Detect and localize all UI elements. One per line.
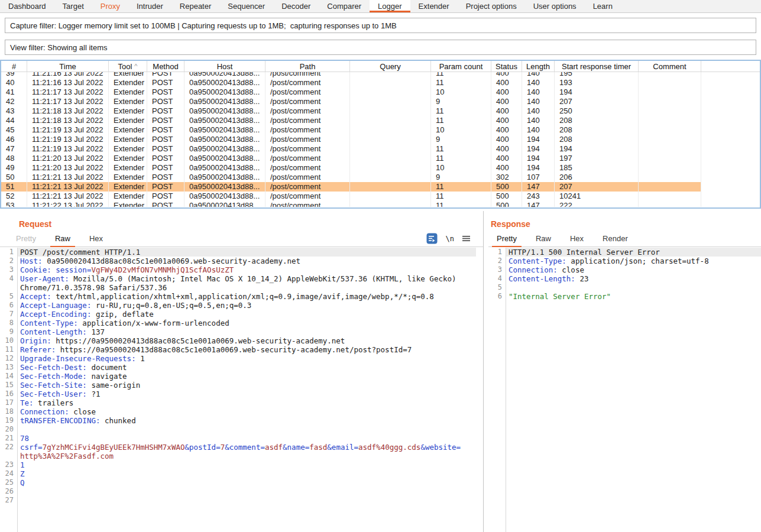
cell-status: 400 xyxy=(491,72,522,78)
top-tab-sequencer[interactable]: Sequencer xyxy=(219,0,273,12)
cell-host: 0a9500020413d88... xyxy=(184,125,265,135)
cell--: 50 xyxy=(1,173,27,182)
table-row-43[interactable]: 4311:21:18 13 Jul 2022ExtenderPOST0a9500… xyxy=(1,106,760,116)
cell-host: 0a9500020413d88... xyxy=(184,78,265,87)
column-header--[interactable]: # xyxy=(1,61,27,72)
newline-toggle-icon[interactable]: \n xyxy=(446,235,454,243)
cell-time: 11:21:19 13 Jul 2022 xyxy=(27,135,109,144)
cell-method: POST xyxy=(147,163,184,173)
table-row-41[interactable]: 4111:21:17 13 Jul 2022ExtenderPOST0a9500… xyxy=(1,87,760,97)
cell-time: 11:21:21 13 Jul 2022 xyxy=(27,192,109,201)
cell-time: 11:21:21 13 Jul 2022 xyxy=(27,173,109,182)
response-tab-raw[interactable]: Raw xyxy=(530,232,557,246)
request-tab-pretty[interactable]: Pretty xyxy=(10,232,42,246)
column-header-tool[interactable]: Tool^ xyxy=(109,61,147,72)
request-code-line-4: 4User-Agent: Mozilla/5.0 (Macintosh; Int… xyxy=(0,274,476,283)
request-code[interactable]: 1POST /post/comment HTTP/1.12Host: 0a950… xyxy=(0,248,476,532)
table-row-52[interactable]: 5211:21:21 13 Jul 2022ExtenderPOST0a9500… xyxy=(1,192,760,201)
request-tab-raw[interactable]: Raw xyxy=(49,232,76,246)
request-code-line-25: 25Q xyxy=(0,478,476,487)
cell-tool: Extender xyxy=(109,97,147,106)
line-number: 2 xyxy=(0,257,17,265)
cell-param-count: 11 xyxy=(431,106,491,116)
table-row-40[interactable]: 4011:21:16 13 Jul 2022ExtenderPOST0a9500… xyxy=(1,78,760,87)
line-number: 26 xyxy=(0,487,17,496)
table-row-51[interactable]: 5111:21:21 13 Jul 2022ExtenderPOST0a9500… xyxy=(1,182,760,192)
cell-filler xyxy=(701,163,760,173)
top-tab-user-options[interactable]: User options xyxy=(525,0,585,12)
response-code[interactable]: 1HTTP/1.1 500 Internal Server Error2Cont… xyxy=(488,248,761,532)
cell-query xyxy=(350,97,431,106)
table-row-53[interactable]: 5311:21:22 13 Jul 2022ExtenderPOST0a9500… xyxy=(1,201,760,207)
line-number: 7 xyxy=(0,310,17,319)
column-header-param-count[interactable]: Param count xyxy=(431,61,491,72)
top-tab-project-options[interactable]: Project options xyxy=(458,0,525,12)
cell-start-response-timer: 250 xyxy=(555,106,639,116)
line-text: Sec-Fetch-Mode: navigate xyxy=(17,372,476,381)
editor-menu-icon[interactable] xyxy=(462,235,470,242)
cell-query xyxy=(350,144,431,154)
table-row-47[interactable]: 4711:21:19 13 Jul 2022ExtenderPOST0a9500… xyxy=(1,144,760,154)
cell-query xyxy=(350,135,431,144)
cell-length: 140 xyxy=(522,116,555,125)
prettify-icon[interactable] xyxy=(426,233,438,244)
table-row-42[interactable]: 4211:21:17 13 Jul 2022ExtenderPOST0a9500… xyxy=(1,97,760,106)
table-row-48[interactable]: 4811:21:20 13 Jul 2022ExtenderPOST0a9500… xyxy=(1,154,760,163)
column-header-comment[interactable]: Comment xyxy=(639,61,701,72)
column-header-query[interactable]: Query xyxy=(350,61,431,72)
column-header-path[interactable]: Path xyxy=(265,61,350,72)
cell-comment xyxy=(639,78,701,87)
line-number: 19 xyxy=(0,416,17,425)
line-number: 5 xyxy=(0,292,17,301)
column-header-method[interactable]: Method xyxy=(147,61,184,72)
response-tab-pretty[interactable]: Pretty xyxy=(491,232,523,246)
cell-status: 400 xyxy=(491,135,522,144)
capture-filter-text: Capture filter: Logger memory limit set … xyxy=(10,21,397,30)
cell-param-count: 9 xyxy=(431,135,491,144)
cell--: 48 xyxy=(1,154,27,163)
cell-comment xyxy=(639,173,701,182)
top-tab-decoder[interactable]: Decoder xyxy=(273,0,319,12)
top-tab-target[interactable]: Target xyxy=(54,0,92,12)
column-header-status[interactable]: Status xyxy=(491,61,522,72)
top-tab-proxy[interactable]: Proxy xyxy=(92,0,128,12)
table-row-39[interactable]: 3911:21:16 13 Jul 2022ExtenderPOST0a9500… xyxy=(1,72,760,78)
top-tab-dashboard[interactable]: Dashboard xyxy=(0,0,54,12)
cell-length: 194 xyxy=(522,135,555,144)
line-text xyxy=(17,425,476,434)
request-tab-hex[interactable]: Hex xyxy=(83,232,109,246)
line-text: Cookie: session=VgFWy4D2vMfON7vMNMhjQ1Sc… xyxy=(17,265,476,274)
table-row-46[interactable]: 4611:21:19 13 Jul 2022ExtenderPOST0a9500… xyxy=(1,135,760,144)
table-row-45[interactable]: 4511:21:19 13 Jul 2022ExtenderPOST0a9500… xyxy=(1,125,760,135)
top-tab-logger[interactable]: Logger xyxy=(370,0,410,12)
line-number: 11 xyxy=(0,345,17,354)
table-row-44[interactable]: 4411:21:18 13 Jul 2022ExtenderPOST0a9500… xyxy=(1,116,760,125)
table-body-viewport[interactable]: 3911:21:16 13 Jul 2022ExtenderPOST0a9500… xyxy=(1,72,760,207)
top-tab-extender[interactable]: Extender xyxy=(410,0,458,12)
line-number: 4 xyxy=(0,274,17,283)
view-filter-bar[interactable]: View filter: Showing all items xyxy=(5,40,756,55)
cell-length: 243 xyxy=(522,192,555,201)
table-row-50[interactable]: 5011:21:21 13 Jul 2022ExtenderPOST0a9500… xyxy=(1,173,760,182)
column-header-host[interactable]: Host xyxy=(184,61,265,72)
sort-asc-icon: ^ xyxy=(134,63,137,70)
column-header-length[interactable]: Length xyxy=(522,61,555,72)
cell-method: POST xyxy=(147,144,184,154)
cell-status: 400 xyxy=(491,125,522,135)
cell-param-count: 11 xyxy=(431,116,491,125)
cell-method: POST xyxy=(147,97,184,106)
top-tab-learn[interactable]: Learn xyxy=(585,0,621,12)
cell-param-count: 11 xyxy=(431,201,491,207)
capture-filter-bar[interactable]: Capture filter: Logger memory limit set … xyxy=(5,18,756,33)
top-tab-intruder[interactable]: Intruder xyxy=(128,0,171,12)
cell-length: 194 xyxy=(522,163,555,173)
column-header-start-response-timer[interactable]: Start response timer xyxy=(555,61,639,72)
column-header-time[interactable]: Time xyxy=(27,61,109,72)
response-tab-render[interactable]: Render xyxy=(597,232,634,246)
table-row-49[interactable]: 4911:21:20 13 Jul 2022ExtenderPOST0a9500… xyxy=(1,163,760,173)
top-tab-comparer[interactable]: Comparer xyxy=(319,0,370,12)
response-tab-hex[interactable]: Hex xyxy=(564,232,590,246)
top-tab-repeater[interactable]: Repeater xyxy=(171,0,219,12)
line-number: 22 xyxy=(0,443,17,452)
request-code-line-7: 7Accept-Encoding: gzip, deflate xyxy=(0,310,476,319)
